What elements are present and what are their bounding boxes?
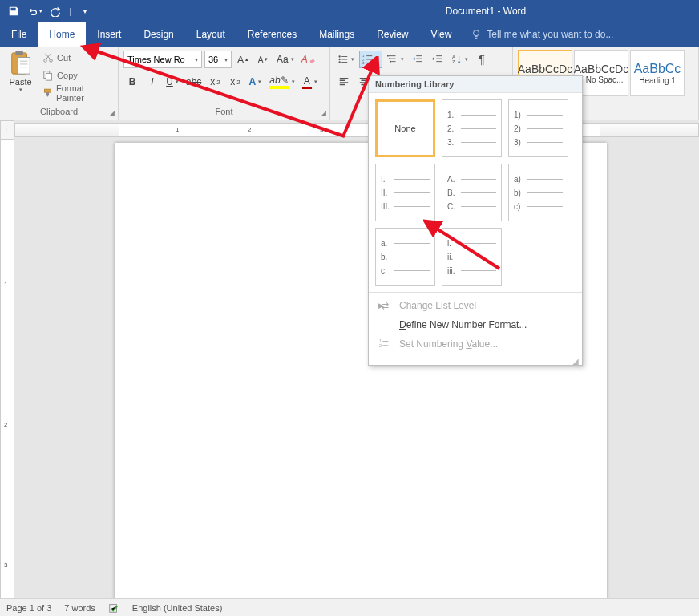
style-heading-1[interactable]: AaBbCc Heading 1 [630, 50, 685, 96]
numbering-tile-alpha-lower-paren[interactable]: a) b) c) [508, 164, 568, 221]
title-bar: ▾ | ▾ Document1 - Word [0, 0, 699, 22]
font-name-combo[interactable]: Times New Ro▾ [123, 51, 202, 68]
show-marks-button[interactable]: ¶ [473, 51, 491, 68]
scissors-icon [42, 52, 54, 63]
numbering-library-header: Numbering Library [369, 76, 582, 93]
tab-references[interactable]: References [236, 22, 308, 47]
clipboard-dialog-launcher[interactable]: ◢ [107, 108, 116, 118]
clear-formatting-button[interactable]: A [299, 51, 319, 68]
svg-text:2: 2 [379, 343, 382, 348]
tab-design[interactable]: Design [132, 22, 184, 47]
svg-point-18 [390, 61, 392, 63]
numbering-tile-decimal-dot[interactable]: 1. 2. 3. [442, 99, 502, 157]
superscript-button[interactable]: x2 [226, 73, 244, 91]
svg-point-4 [44, 59, 47, 63]
svg-point-0 [474, 30, 479, 36]
paste-label: Paste [9, 77, 31, 87]
tab-mailings[interactable]: Mailings [308, 22, 366, 47]
numbering-tile-roman-upper[interactable]: I. II. III. [375, 164, 435, 221]
status-words[interactable]: 7 words [64, 603, 95, 613]
redo-icon [50, 6, 61, 17]
tab-insert[interactable]: Insert [86, 22, 132, 47]
sort-icon: AZ [451, 54, 463, 65]
highlight-button[interactable]: ab✎ [266, 73, 297, 91]
decrease-indent-button[interactable] [409, 51, 426, 68]
align-left-icon [338, 76, 350, 87]
svg-point-5 [50, 59, 53, 63]
tell-me-search[interactable]: Tell me what you want to do... [463, 22, 613, 47]
vertical-ruler[interactable]: 1 2 3 [0, 140, 14, 598]
svg-text:3: 3 [362, 61, 365, 65]
format-painter-button[interactable]: Format Painter [39, 85, 113, 101]
qat-customize-button[interactable]: ▾ [76, 2, 94, 20]
status-proofing[interactable] [108, 602, 119, 614]
lightbulb-icon [471, 29, 482, 40]
save-button[interactable] [5, 2, 22, 20]
ruler-corner[interactable]: L [0, 120, 14, 140]
group-label-font: Font [123, 105, 325, 118]
multilevel-list-button[interactable] [385, 51, 406, 68]
bold-button[interactable]: B [123, 73, 141, 91]
indent-icon [432, 54, 443, 65]
define-new-number-format-item[interactable]: Define New Number Format... [369, 315, 582, 334]
status-page[interactable]: Page 1 of 3 [6, 603, 51, 613]
numbering-tile-none[interactable]: None [375, 99, 435, 157]
cut-button[interactable]: Cut [39, 50, 113, 66]
undo-button[interactable]: ▾ [26, 2, 43, 20]
numbering-menu: ⇄ Change List Level ▶ Define New Number … [369, 292, 582, 357]
svg-rect-7 [46, 73, 51, 80]
increase-indent-button[interactable] [429, 51, 446, 68]
change-level-icon: ⇄ [378, 299, 391, 312]
numbering-button[interactable]: 123 [359, 51, 382, 68]
document-area[interactable] [14, 140, 699, 598]
copy-button[interactable]: Copy [39, 67, 113, 83]
horizontal-ruler[interactable]: 1 2 3 4 5 6 [14, 123, 699, 137]
numbering-tile-alpha-lower-dot[interactable]: a. b. c. [375, 228, 435, 286]
change-case-button[interactable]: Aa [274, 51, 297, 68]
sort-button[interactable]: AZ [449, 51, 471, 68]
font-size-combo[interactable]: 36▾ [204, 51, 232, 68]
proofing-icon [108, 602, 119, 614]
tab-review[interactable]: Review [366, 22, 419, 47]
redo-button[interactable] [46, 2, 64, 20]
numbering-icon: 123 [362, 54, 374, 65]
italic-button[interactable]: I [143, 73, 161, 91]
paintbrush-icon [42, 87, 53, 99]
cut-label: Cut [57, 53, 71, 63]
bullets-icon [337, 54, 349, 65]
status-language[interactable]: English (United States) [132, 603, 223, 613]
strikethrough-button[interactable]: abc [184, 73, 204, 91]
paste-button[interactable]: Paste ▾ [5, 50, 36, 93]
numbering-dropdown: Numbering Library None 1. 2. 3. 1) 2) 3)… [368, 75, 583, 366]
bullets-button[interactable] [335, 51, 357, 68]
numbering-tile-decimal-paren[interactable]: 1) 2) 3) [508, 99, 568, 157]
font-size-value: 36 [208, 55, 218, 64]
tab-view[interactable]: View [420, 22, 463, 47]
status-bar: Page 1 of 3 7 words English (United Stat… [0, 598, 699, 616]
paste-icon [9, 50, 33, 77]
ruler-area: L 1 2 3 4 5 6 [0, 120, 699, 140]
ribbon: Paste ▾ Cut Copy Format Painter Clipboar… [0, 47, 699, 120]
align-left-button[interactable] [335, 73, 353, 91]
underline-button[interactable]: U [164, 73, 181, 91]
font-dialog-launcher[interactable]: ◢ [318, 108, 328, 118]
qat-separator: | [69, 6, 71, 16]
shrink-font-button[interactable]: A▾ [254, 51, 272, 68]
tab-layout[interactable]: Layout [185, 22, 236, 47]
group-label-clipboard: Clipboard [5, 105, 113, 118]
grow-font-button[interactable]: A▴ [234, 51, 252, 68]
numbering-tile-roman-lower[interactable]: i. ii. iii. [442, 228, 502, 286]
font-color-button[interactable]: A [300, 73, 320, 91]
undo-icon [27, 6, 38, 17]
eraser-icon [309, 56, 317, 63]
quick-access-toolbar: ▾ | ▾ [0, 2, 94, 20]
workspace: 1 2 3 [0, 140, 699, 598]
tab-file[interactable]: File [0, 22, 38, 47]
text-effects-button[interactable]: A [246, 73, 264, 91]
change-list-level-item: ⇄ Change List Level ▶ [369, 296, 582, 315]
popup-resize-handle[interactable]: ◢ [369, 357, 582, 365]
numbering-tile-alpha-upper[interactable]: A. B. C. [442, 164, 502, 221]
tab-home[interactable]: Home [38, 22, 86, 47]
group-font: Times New Ro▾ 36▾ A▴ A▾ Aa A B I U abc x… [119, 47, 330, 120]
subscript-button[interactable]: x2 [206, 73, 224, 91]
